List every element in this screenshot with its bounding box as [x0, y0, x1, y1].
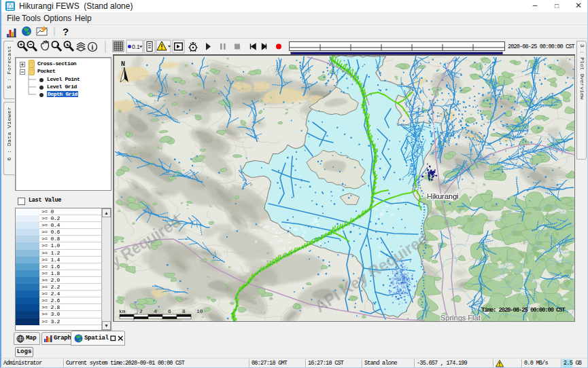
svg-text:2: 2 [139, 308, 143, 314]
svg-text:6: 6 [168, 308, 171, 314]
svg-text:SH 1: SH 1 [430, 120, 436, 132]
svg-text:10: 10 [196, 308, 203, 314]
svg-text:Springs Flat: Springs Flat [440, 314, 481, 321]
svg-text:0.1: 0.1 [132, 43, 140, 50]
svg-text:km: km [119, 308, 126, 314]
svg-text:4: 4 [154, 308, 157, 314]
svg-text:N: N [121, 60, 125, 68]
svg-text:i: i [92, 43, 94, 51]
svg-text:?: ? [63, 26, 69, 37]
svg-text:Hikurangi: Hikurangi [427, 192, 458, 200]
svg-text:Time: 2020-08-25 00:00:00 CST: Time: 2020-08-25 00:00:00 CST [481, 307, 566, 314]
svg-text:8: 8 [182, 308, 186, 314]
